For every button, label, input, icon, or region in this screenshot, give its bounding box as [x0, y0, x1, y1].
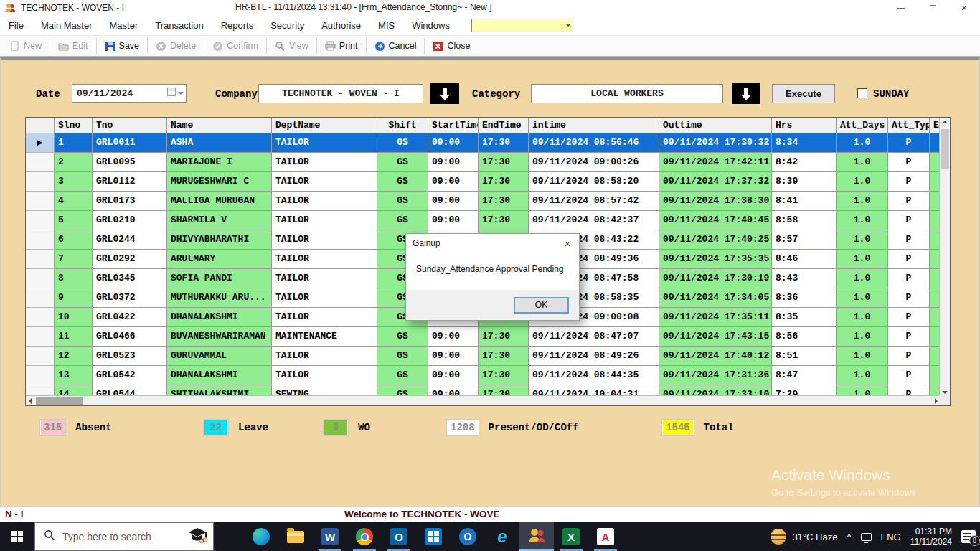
cell-shift[interactable]: GS: [377, 153, 428, 172]
column-header-tno[interactable]: Tno: [93, 118, 167, 133]
cell-tno[interactable]: GRL0173: [93, 192, 167, 211]
row-selector-cell[interactable]: [26, 347, 55, 366]
cell-name[interactable]: DHIVYABHARATHI: [167, 230, 272, 250]
cell-slno[interactable]: 6: [55, 230, 93, 250]
row-selector-cell[interactable]: [26, 308, 55, 327]
column-header-att_type[interactable]: Att_Type: [888, 118, 930, 133]
menu-item-authorise[interactable]: Authorise: [313, 16, 369, 35]
cell-tno[interactable]: GRL0345: [93, 269, 167, 288]
cell-hrs[interactable]: 8:36: [772, 288, 837, 308]
cell-hrs[interactable]: 8:47: [772, 366, 837, 385]
row-selector-cell[interactable]: [26, 269, 55, 288]
company-input[interactable]: TECHNOTEK - WOVEN - I: [258, 84, 423, 103]
cell-att_days[interactable]: 1.0: [837, 211, 888, 230]
cell-hrs[interactable]: 8:35: [772, 308, 837, 327]
cell-outtime[interactable]: 09/11/2024 17:40:12: [659, 347, 772, 366]
cell-slno[interactable]: 4: [55, 192, 93, 211]
taskbar-icon-outlook[interactable]: O: [382, 522, 416, 551]
cell-att_type[interactable]: P: [888, 347, 930, 366]
scroll-right-icon[interactable]: [935, 398, 938, 404]
taskbar-icon-excel[interactable]: X: [554, 522, 588, 551]
cell-endtime[interactable]: 17:30: [479, 192, 529, 211]
horizontal-scrollbar[interactable]: [26, 395, 941, 405]
cell-att_days[interactable]: 1.0: [837, 288, 888, 308]
cell-intime[interactable]: 09/11/2024 08:56:46: [529, 133, 659, 153]
column-header-intime[interactable]: intime: [529, 118, 659, 133]
taskbar-icon-pdf[interactable]: A: [588, 522, 623, 551]
cell-hrs[interactable]: 8:58: [772, 211, 837, 230]
column-header-deptname[interactable]: DeptName: [272, 118, 377, 133]
cell-hrs[interactable]: 8:41: [772, 192, 837, 211]
clock[interactable]: 01:31 PM 11/11/2024: [910, 527, 952, 547]
company-dropdown-button[interactable]: [430, 83, 459, 104]
cell-intime[interactable]: 09/11/2024 09:00:26: [529, 153, 659, 172]
cell-name[interactable]: SOFIA PANDI: [167, 269, 272, 288]
cell-intime[interactable]: 09/11/2024 08:47:07: [529, 327, 659, 347]
cell-outtime[interactable]: 09/11/2024 17:30:32: [659, 133, 772, 153]
row-selector-cell[interactable]: [26, 153, 55, 172]
menu-item-mis[interactable]: MIS: [369, 16, 403, 35]
cell-outtime[interactable]: 09/11/2024 17:42:11: [659, 153, 772, 172]
cell-att_days[interactable]: 1.0: [837, 308, 888, 327]
cell-deptname[interactable]: TAILOR: [272, 347, 377, 366]
cell-starttime[interactable]: 09:00: [428, 153, 479, 172]
cell-tno[interactable]: GRL0244: [93, 230, 167, 250]
cell-deptname[interactable]: TAILOR: [272, 288, 377, 308]
cell-starttime[interactable]: 09:00: [428, 327, 479, 347]
cell-shift[interactable]: GS: [377, 172, 428, 192]
cell-att_type[interactable]: P: [888, 153, 930, 172]
cell-hrs[interactable]: 8:34: [772, 133, 837, 153]
category-dropdown-button[interactable]: [732, 83, 760, 104]
cell-att_type[interactable]: P: [888, 366, 930, 385]
cell-name[interactable]: DHANALAKSHMI: [167, 308, 272, 327]
cell-name[interactable]: MALLIGA MURUGAN: [167, 192, 272, 211]
cell-tno[interactable]: GRL0372: [93, 288, 167, 308]
cell-att_type[interactable]: P: [888, 133, 930, 153]
cell-name[interactable]: ASHA: [167, 133, 272, 153]
menu-item-transaction[interactable]: Transaction: [146, 16, 212, 35]
cell-deptname[interactable]: MAINTENANCE: [272, 327, 377, 347]
restore-button[interactable]: [917, 0, 948, 16]
cell-deptname[interactable]: TAILOR: [272, 308, 377, 327]
minimize-button[interactable]: [885, 0, 917, 16]
cell-starttime[interactable]: 09:00: [428, 133, 479, 153]
cell-att_type[interactable]: P: [888, 327, 930, 347]
cell-att_days[interactable]: 1.0: [837, 153, 888, 172]
table-row[interactable]: 11GRL0466BUVANESHWARIRAMANMAINTENANCEGS0…: [26, 327, 941, 347]
vertical-scroll-thumb[interactable]: [941, 129, 949, 169]
execute-button[interactable]: Execute: [772, 84, 835, 103]
column-header-endtime[interactable]: EndTime: [479, 118, 529, 133]
print-button[interactable]: Print: [319, 37, 364, 55]
cell-att_type[interactable]: P: [888, 230, 930, 250]
cell-tno[interactable]: GRL0422: [93, 308, 167, 327]
scroll-down-icon[interactable]: [942, 391, 948, 394]
column-header-name[interactable]: Name: [167, 118, 272, 133]
cell-slno[interactable]: 7: [55, 250, 93, 269]
table-row[interactable]: 5GRL0210SHARMILA VTAILORGS09:0017:3009/1…: [26, 211, 941, 230]
cell-endtime[interactable]: 17:30: [479, 366, 529, 385]
menu-item-master[interactable]: Master: [100, 16, 146, 35]
menu-item-security[interactable]: Security: [262, 16, 313, 35]
cell-att_type[interactable]: P: [888, 250, 930, 269]
table-row[interactable]: 2GRL0095MARIAJONE ITAILORGS09:0017:3009/…: [26, 153, 941, 172]
save-button[interactable]: Save: [98, 37, 146, 55]
cell-shift[interactable]: GS: [377, 327, 428, 347]
cell-att_days[interactable]: 1.0: [837, 230, 888, 250]
table-row[interactable]: 12GRL0523GURUVAMMALTAILORGS09:0017:3009/…: [26, 347, 941, 366]
tray-chevron-up-icon[interactable]: ^: [847, 532, 851, 542]
sunday-checkbox[interactable]: [857, 88, 867, 98]
column-header-slno[interactable]: Slno: [55, 118, 93, 133]
column-header-starttime[interactable]: StartTime: [428, 118, 479, 133]
cell-hrs[interactable]: 8:46: [772, 250, 837, 269]
row-selector-cell[interactable]: [26, 172, 55, 192]
cell-name[interactable]: MURUGESHWARI C: [167, 172, 272, 192]
cell-att_days[interactable]: 1.0: [837, 133, 888, 153]
taskbar-icon-chrome[interactable]: [347, 522, 382, 551]
cell-hrs[interactable]: 8:57: [772, 230, 837, 250]
cell-outtime[interactable]: 09/11/2024 17:35:11: [659, 308, 772, 327]
taskbar-search-input[interactable]: Type here to search: [34, 522, 214, 551]
cell-deptname[interactable]: TAILOR: [272, 192, 377, 211]
row-selector-cell[interactable]: [26, 288, 55, 308]
column-header-hrs[interactable]: Hrs: [772, 118, 837, 133]
cell-shift[interactable]: GS: [377, 347, 428, 366]
